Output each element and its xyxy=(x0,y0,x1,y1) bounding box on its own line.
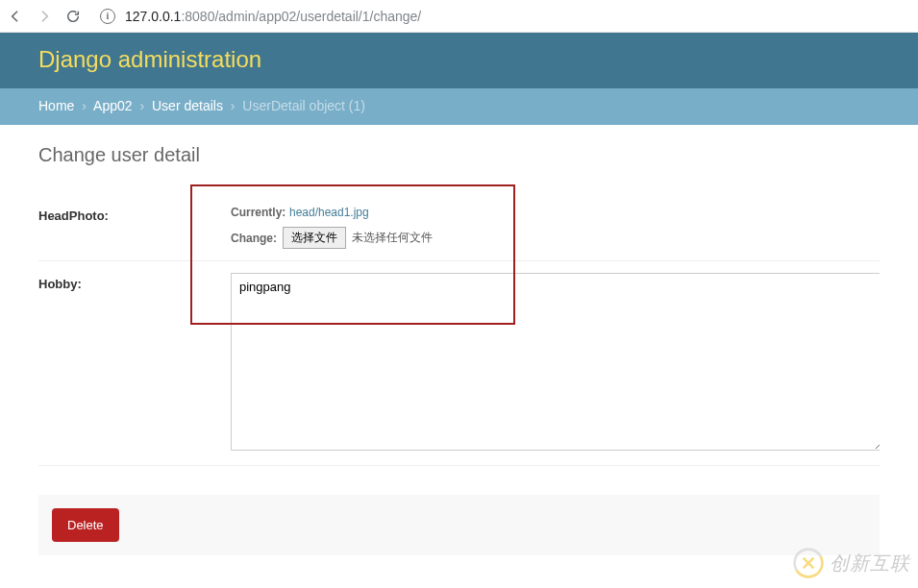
browser-url-bar[interactable]: i 127.0.0.1:8080/admin/app02/userdetail/… xyxy=(100,9,421,24)
submit-row: Delete xyxy=(38,495,880,555)
choose-file-button[interactable]: 选择文件 xyxy=(283,227,346,249)
breadcrumb-app[interactable]: App02 xyxy=(93,98,132,113)
browser-forward-button[interactable] xyxy=(37,9,52,24)
breadcrumb-model[interactable]: User details xyxy=(152,98,223,113)
breadcrumb-current: UserDetail object (1) xyxy=(242,98,365,113)
change-label: Change: xyxy=(231,232,277,245)
browser-back-button[interactable] xyxy=(8,9,23,24)
url-text: 127.0.0.1:8080/admin/app02/userdetail/1/… xyxy=(125,9,421,24)
hobby-textarea[interactable] xyxy=(231,273,880,451)
currently-label: Currently: xyxy=(231,206,285,219)
field-label-hobby: Hobby: xyxy=(38,273,216,291)
browser-reload-button[interactable] xyxy=(65,9,81,24)
breadcrumb-sep: › xyxy=(136,98,148,113)
site-branding[interactable]: Django administration xyxy=(38,46,880,73)
page-title: Change user detail xyxy=(38,144,880,166)
delete-button[interactable]: Delete xyxy=(52,508,119,542)
admin-header: Django administration xyxy=(0,33,918,88)
current-file-link[interactable]: head/head1.jpg xyxy=(289,206,369,219)
browser-toolbar: i 127.0.0.1:8080/admin/app02/userdetail/… xyxy=(0,0,918,33)
site-info-icon: i xyxy=(100,9,115,24)
field-row-hobby: Hobby: xyxy=(38,261,880,466)
breadcrumb-sep: › xyxy=(227,98,239,113)
field-label-headphoto: HeadPhoto: xyxy=(38,205,216,223)
file-chosen-status: 未选择任何文件 xyxy=(352,230,433,246)
breadcrumb-sep: › xyxy=(78,98,90,113)
breadcrumb: Home › App02 › User details › UserDetail… xyxy=(0,88,918,125)
field-row-headphoto: HeadPhoto: Currently: head/head1.jpg Cha… xyxy=(38,193,880,261)
breadcrumb-home[interactable]: Home xyxy=(38,98,74,113)
content: Change user detail HeadPhoto: Currently:… xyxy=(0,125,918,584)
